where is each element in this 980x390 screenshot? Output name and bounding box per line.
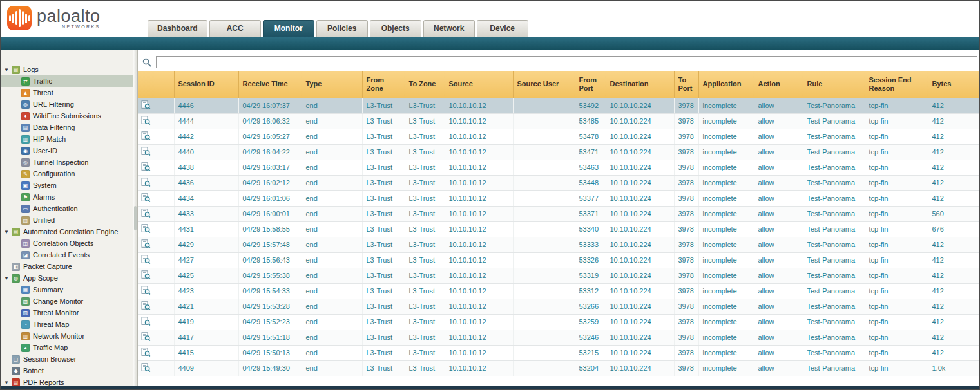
cell-rule[interactable]: Test-Panorama bbox=[803, 237, 865, 252]
cell-application[interactable]: incomplete bbox=[698, 98, 754, 113]
cell-to-zone[interactable]: L3-Trust bbox=[405, 299, 445, 314]
tree-expand-arrow-icon[interactable]: ▼ bbox=[4, 67, 12, 73]
cell-bytes[interactable]: 560 bbox=[928, 206, 979, 221]
cell-type[interactable]: end bbox=[302, 221, 362, 237]
cell-receive-time[interactable]: 04/29 16:01:06 bbox=[238, 190, 302, 206]
table-row[interactable]: 443604/29 16:02:12endL3-TrustL3-Trust10.… bbox=[138, 175, 979, 190]
sidebar-item-data-filtering[interactable]: ▤Data Filtering bbox=[1, 122, 133, 133]
cell-destination[interactable]: 10.10.10.224 bbox=[606, 360, 674, 376]
cell-receive-time[interactable]: 04/29 15:52:23 bbox=[238, 314, 302, 330]
cell-from-zone[interactable]: L3-Trust bbox=[362, 129, 405, 144]
cell-action[interactable]: allow bbox=[754, 221, 803, 237]
cell-receive-time[interactable]: 04/29 16:03:17 bbox=[238, 160, 302, 175]
cell-source-user[interactable] bbox=[513, 113, 575, 129]
cell-type[interactable]: end bbox=[302, 252, 362, 268]
cell-from-zone[interactable]: L3-Trust bbox=[362, 237, 405, 252]
cell-source-user[interactable] bbox=[513, 330, 575, 345]
cell-source-user[interactable] bbox=[513, 237, 575, 252]
cell-source-user[interactable] bbox=[513, 160, 575, 175]
cell-application[interactable]: incomplete bbox=[698, 144, 754, 160]
cell-destination[interactable]: 10.10.10.224 bbox=[606, 345, 674, 360]
cell-bytes[interactable]: 412 bbox=[928, 345, 979, 360]
table-row[interactable]: 443404/29 16:01:06endL3-TrustL3-Trust10.… bbox=[138, 190, 979, 206]
cell-from-zone[interactable]: L3-Trust bbox=[362, 221, 405, 237]
cell-to-port[interactable]: 3978 bbox=[674, 98, 698, 113]
table-row[interactable]: 442904/29 15:57:48endL3-TrustL3-Trust10.… bbox=[138, 237, 979, 252]
cell-from-zone[interactable]: L3-Trust bbox=[362, 190, 405, 206]
log-detail-button[interactable] bbox=[138, 345, 155, 360]
column-header-destination[interactable]: Destination bbox=[606, 71, 674, 98]
cell-type[interactable]: end bbox=[302, 360, 362, 376]
cell-source[interactable]: 10.10.10.12 bbox=[445, 345, 513, 360]
cell-bytes[interactable]: 412 bbox=[928, 175, 979, 190]
cell-type[interactable]: end bbox=[302, 345, 362, 360]
cell-source[interactable]: 10.10.10.12 bbox=[445, 221, 513, 237]
table-row[interactable]: 443104/29 15:58:55endL3-TrustL3-Trust10.… bbox=[138, 221, 979, 237]
cell-session-id[interactable]: 4421 bbox=[174, 299, 238, 314]
sidebar-item-user-id[interactable]: ◉User-ID bbox=[1, 145, 133, 156]
cell-destination[interactable]: 10.10.10.224 bbox=[606, 314, 674, 330]
cell-from-port[interactable]: 53266 bbox=[575, 299, 606, 314]
cell-action[interactable]: allow bbox=[754, 299, 803, 314]
sidebar-item-configuration[interactable]: ✎Configuration bbox=[1, 168, 133, 180]
cell-from-zone[interactable]: L3-Trust bbox=[362, 360, 405, 376]
cell-to-zone[interactable]: L3-Trust bbox=[405, 283, 445, 299]
table-row[interactable]: 442504/29 15:55:38endL3-TrustL3-Trust10.… bbox=[138, 268, 979, 283]
cell-rule[interactable]: Test-Panorama bbox=[803, 268, 865, 283]
cell-action[interactable]: allow bbox=[754, 283, 803, 299]
cell-source-user[interactable] bbox=[513, 221, 575, 237]
cell-rule[interactable]: Test-Panorama bbox=[803, 314, 865, 330]
cell-bytes[interactable]: 1.0k bbox=[928, 360, 979, 376]
cell-to-port[interactable]: 3978 bbox=[674, 160, 698, 175]
sidebar-splitter[interactable] bbox=[133, 50, 138, 386]
cell-destination[interactable]: 10.10.10.224 bbox=[606, 144, 674, 160]
cell-session-end-reason[interactable]: tcp-fin bbox=[865, 360, 928, 376]
cell-rule[interactable]: Test-Panorama bbox=[803, 221, 865, 237]
cell-source-user[interactable] bbox=[513, 98, 575, 113]
table-row[interactable]: 443304/29 16:00:01endL3-TrustL3-Trust10.… bbox=[138, 206, 979, 221]
cell-session-end-reason[interactable]: tcp-fin bbox=[865, 221, 928, 237]
cell-from-zone[interactable]: L3-Trust bbox=[362, 330, 405, 345]
cell-source-user[interactable] bbox=[513, 268, 575, 283]
cell-application[interactable]: incomplete bbox=[698, 113, 754, 129]
cell-application[interactable]: incomplete bbox=[698, 160, 754, 175]
cell-bytes[interactable]: 412 bbox=[928, 129, 979, 144]
cell-session-end-reason[interactable]: tcp-fin bbox=[865, 237, 928, 252]
cell-source[interactable]: 10.10.10.12 bbox=[445, 252, 513, 268]
cell-bytes[interactable]: 412 bbox=[928, 299, 979, 314]
cell-session-end-reason[interactable]: tcp-fin bbox=[865, 345, 928, 360]
cell-to-port[interactable]: 3978 bbox=[674, 129, 698, 144]
cell-bytes[interactable]: 412 bbox=[928, 283, 979, 299]
cell-to-zone[interactable]: L3-Trust bbox=[405, 268, 445, 283]
cell-from-zone[interactable]: L3-Trust bbox=[362, 345, 405, 360]
cell-rule[interactable]: Test-Panorama bbox=[803, 330, 865, 345]
cell-from-port[interactable]: 53471 bbox=[575, 144, 606, 160]
cell-receive-time[interactable]: 04/29 15:50:13 bbox=[238, 345, 302, 360]
cell-to-zone[interactable]: L3-Trust bbox=[405, 330, 445, 345]
cell-type[interactable]: end bbox=[302, 330, 362, 345]
cell-source-user[interactable] bbox=[513, 175, 575, 190]
cell-application[interactable]: incomplete bbox=[698, 283, 754, 299]
log-detail-button[interactable] bbox=[138, 314, 155, 330]
cell-application[interactable]: incomplete bbox=[698, 206, 754, 221]
tree-expand-arrow-icon[interactable]: ▼ bbox=[4, 275, 12, 281]
sidebar-item-summary[interactable]: ▦Summary bbox=[1, 284, 133, 295]
cell-session-id[interactable]: 4434 bbox=[174, 190, 238, 206]
log-detail-button[interactable] bbox=[138, 237, 155, 252]
column-header-rule[interactable]: Rule bbox=[803, 71, 865, 98]
cell-rule[interactable]: Test-Panorama bbox=[803, 360, 865, 376]
cell-action[interactable]: allow bbox=[754, 360, 803, 376]
cell-action[interactable]: allow bbox=[754, 330, 803, 345]
cell-destination[interactable]: 10.10.10.224 bbox=[606, 330, 674, 345]
cell-session-id[interactable]: 4425 bbox=[174, 268, 238, 283]
cell-type[interactable]: end bbox=[302, 129, 362, 144]
cell-destination[interactable]: 10.10.10.224 bbox=[606, 237, 674, 252]
cell-session-id[interactable]: 4427 bbox=[174, 252, 238, 268]
cell-bytes[interactable]: 412 bbox=[928, 330, 979, 345]
cell-source[interactable]: 10.10.10.12 bbox=[445, 330, 513, 345]
cell-receive-time[interactable]: 04/29 16:00:01 bbox=[238, 206, 302, 221]
table-row[interactable]: 442704/29 15:56:43endL3-TrustL3-Trust10.… bbox=[138, 252, 979, 268]
table-row[interactable]: 442104/29 15:53:28endL3-TrustL3-Trust10.… bbox=[138, 299, 979, 314]
sidebar-item-correlated-events[interactable]: ◪Correlated Events bbox=[1, 249, 133, 261]
cell-type[interactable]: end bbox=[302, 299, 362, 314]
